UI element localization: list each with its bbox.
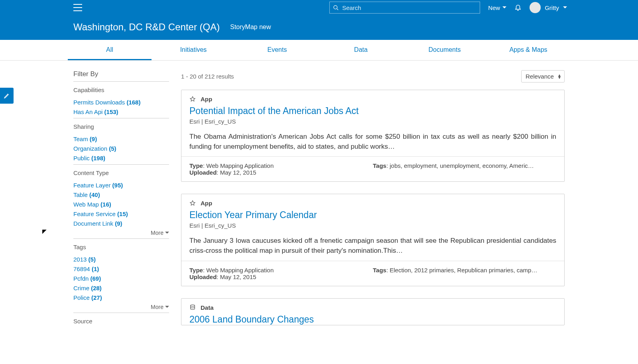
- filter-item[interactable]: Pcfdn (69): [73, 275, 169, 282]
- cursor-pointer-icon: ◤: [42, 228, 47, 234]
- filter-item[interactable]: Police (27): [73, 294, 169, 301]
- svg-point-0: [334, 5, 337, 9]
- filter-group-capabilities: CapabilitiesPermits Downloads (168)Has A…: [73, 81, 169, 115]
- filter-group-content-type: Content TypeFeature Layer (95)Table (40)…: [73, 164, 169, 236]
- new-dropdown[interactable]: New: [488, 4, 506, 11]
- user-name: Gritty: [545, 4, 559, 11]
- filter-group-title: Sharing: [73, 123, 169, 130]
- filter-item[interactable]: Document Link (9): [73, 220, 169, 227]
- filter-group-title: Capabilities: [73, 87, 169, 93]
- tab-documents[interactable]: Documents: [403, 40, 486, 60]
- svg-point-1: [191, 305, 195, 306]
- result-description: The Obama Administration's American Jobs…: [181, 130, 564, 156]
- result-title-link[interactable]: Potential Impact of the American Jobs Ac…: [189, 106, 358, 116]
- filter-item[interactable]: Team (9): [73, 136, 169, 142]
- edit-side-tab[interactable]: [0, 88, 14, 104]
- caret-down-icon: [563, 6, 567, 9]
- filter-group-source: Source: [73, 313, 169, 325]
- filter-item[interactable]: Public (198): [73, 155, 169, 161]
- tab-data[interactable]: Data: [319, 40, 403, 60]
- filter-more[interactable]: More: [73, 230, 169, 236]
- notifications-button[interactable]: [514, 4, 522, 12]
- filter-item[interactable]: Has An Api (153): [73, 108, 169, 115]
- result-kind: Data: [201, 304, 214, 311]
- filter-item[interactable]: 2013 (5): [73, 256, 169, 263]
- filter-group-title: Content Type: [73, 169, 169, 176]
- result-title-link[interactable]: 2006 Land Boundary Changes: [189, 314, 314, 325]
- result-author: Esri | Esri_cy_US: [181, 116, 564, 130]
- filter-item[interactable]: Feature Service (15): [73, 211, 169, 217]
- tab-apps-maps[interactable]: Apps & Maps: [486, 40, 570, 60]
- result-description: The January 3 Iowa caucuses kicked off a…: [181, 234, 564, 260]
- filter-item[interactable]: Table (40): [73, 191, 169, 198]
- filter-group-title: Tags: [73, 244, 169, 250]
- result-author: Esri | Esri_cy_US: [181, 220, 564, 234]
- site-title: Washington, DC R&D Center (QA): [73, 22, 220, 33]
- filter-item[interactable]: Permits Downloads (168): [73, 99, 169, 106]
- filter-group-sharing: SharingTeam (9)Organization (5)Public (1…: [73, 118, 169, 161]
- filter-more[interactable]: More: [73, 304, 169, 310]
- filter-item[interactable]: 76894 (1): [73, 266, 169, 272]
- filter-group-tags: Tags2013 (5)76894 (1)Pcfdn (69)Crime (28…: [73, 238, 169, 310]
- result-card: Data2006 Land Boundary Changes: [181, 298, 565, 325]
- tab-initiatives[interactable]: Initiatives: [152, 40, 235, 60]
- search-field[interactable]: [329, 2, 480, 14]
- result-summary: 1 - 20 of 212 results: [181, 73, 234, 80]
- tab-events[interactable]: Events: [235, 40, 319, 60]
- search-icon: [333, 5, 339, 11]
- filter-item[interactable]: Feature Layer (95): [73, 182, 169, 189]
- result-card: AppPotential Impact of the American Jobs…: [181, 90, 565, 182]
- result-kind: App: [201, 200, 212, 207]
- result-kind: App: [201, 96, 212, 102]
- app-icon: [189, 200, 196, 207]
- page-subtitle: StoryMap new: [230, 24, 271, 31]
- new-label: New: [488, 4, 500, 11]
- content-tabs: AllInitiativesEventsDataDocumentsApps & …: [0, 40, 638, 61]
- avatar: [530, 2, 541, 13]
- user-menu[interactable]: Gritty: [530, 2, 567, 13]
- search-input[interactable]: [342, 4, 480, 11]
- app-icon: [189, 96, 196, 102]
- filter-title: Filter By: [73, 70, 169, 78]
- sort-select[interactable]: Relevance: [521, 70, 565, 83]
- pencil-icon: [4, 92, 10, 99]
- filter-item[interactable]: Organization (5): [73, 145, 169, 152]
- tab-all[interactable]: All: [68, 40, 152, 60]
- filter-sidebar: Filter By CapabilitiesPermits Downloads …: [73, 70, 169, 337]
- app-header: New Gritty Washington, DC R&D Center (QA…: [0, 0, 638, 40]
- results-main: 1 - 20 of 212 results Relevance ▲▼ AppPo…: [181, 70, 565, 337]
- result-title-link[interactable]: Election Year Primary Calendar: [189, 210, 317, 220]
- caret-down-icon: [502, 6, 506, 9]
- result-footer: Type: Web Mapping ApplicationUploaded: M…: [181, 261, 564, 286]
- hamburger-menu[interactable]: [73, 4, 82, 11]
- result-card: AppElection Year Primary CalendarEsri | …: [181, 194, 565, 286]
- bell-icon: [514, 4, 522, 11]
- data-icon: [189, 304, 196, 311]
- filter-group-title: Source: [73, 318, 169, 325]
- filter-item[interactable]: Crime (28): [73, 285, 169, 291]
- result-footer: Type: Web Mapping ApplicationUploaded: M…: [181, 156, 564, 181]
- filter-item[interactable]: Web Map (16): [73, 201, 169, 208]
